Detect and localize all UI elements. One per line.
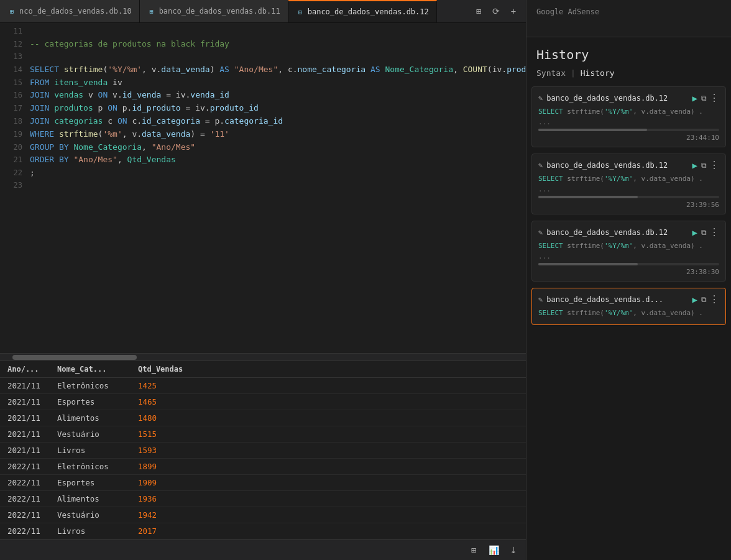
tab-actions: ⊞ ⟳ +: [466, 4, 526, 19]
table-row: 2021/11 Alimentos 1480: [0, 410, 526, 426]
history-tabs: Syntax | History: [526, 67, 731, 86]
run-history-btn[interactable]: ▶: [692, 93, 697, 103]
results-table: Ano/... Nome_Cat... Qtd_Vendas 2021/11 E…: [0, 360, 526, 539]
more-history-btn[interactable]: ⋮: [709, 159, 719, 171]
more-history-btn[interactable]: ⋮: [709, 92, 719, 104]
cell-ano: 2022/11: [7, 462, 57, 471]
edit-icon[interactable]: ✎: [538, 228, 543, 237]
history-query-dots: ...: [538, 118, 719, 126]
cell-nome: Vestuário: [57, 429, 138, 439]
run-history-btn[interactable]: ▶: [692, 227, 697, 237]
grid-view-btn[interactable]: ⊞: [466, 543, 481, 558]
history-tab[interactable]: History: [581, 67, 615, 79]
cell-nome: Esportes: [57, 478, 138, 487]
table-row: 2021/11 Vestuário 1515: [0, 426, 526, 443]
history-db-name: banco_de_dados_vendas.db.12: [546, 228, 688, 237]
history-db-name: banco_de_dados_vendas.db.12: [546, 94, 688, 103]
scroll-thumb[interactable]: [12, 355, 137, 360]
history-item-header: ✎ banco_de_dados_vendas.db.12 ▶ ⧉ ⋮: [538, 226, 719, 238]
cell-qtd: 1593: [138, 446, 213, 455]
tab-db12[interactable]: ⊞ banco_de_dados_vendas.db.12: [288, 0, 437, 22]
history-query-dots: ...: [538, 185, 719, 193]
tab-refresh-btn[interactable]: ⟳: [489, 4, 503, 19]
cell-ano: 2021/11: [7, 446, 57, 455]
history-section: History Syntax | History ✎ banco_de_dado…: [526, 37, 731, 560]
code-line-14: 14 SELECT strftime('%Y/%m', v.data_venda…: [0, 63, 526, 76]
cell-qtd: 1942: [138, 510, 213, 520]
copy-history-btn[interactable]: ⧉: [701, 295, 707, 304]
adsense-area: Google AdSense: [526, 0, 731, 37]
table-row: 2022/11 Alimentos 1936: [0, 491, 526, 507]
cell-qtd: 1936: [138, 494, 213, 503]
code-line-19: 19 WHERE strftime('%m', v.data_venda) = …: [0, 128, 526, 141]
history-item-header: ✎ banco_de_dados_vendas.db.12 ▶ ⧉ ⋮: [538, 92, 719, 104]
bottom-toolbar: ⊞ 📊 ⤓: [0, 539, 526, 560]
history-item[interactable]: ✎ banco_de_dados_vendas.db.12 ▶ ⧉ ⋮ SELE…: [531, 86, 726, 147]
history-item[interactable]: ✎ banco_de_dados_vendas.d... ▶ ⧉ ⋮ SELEC…: [531, 288, 726, 325]
history-db-name: banco_de_dados_vendas.d...: [546, 295, 688, 304]
code-line-16: 16 JOIN vendas v ON v.id_venda = iv.vend…: [0, 89, 526, 102]
tab-db11[interactable]: ⊞ banco_de_dados_vendas.db.11: [140, 0, 288, 22]
cell-nome: Vestuário: [57, 510, 138, 520]
col-header-qtd: Qtd_Vendas: [138, 365, 213, 374]
cell-ano: 2022/11: [7, 526, 57, 536]
tab-db10[interactable]: ⊞ nco_de_dados_vendas.db.10: [0, 0, 140, 22]
history-query-dots: ...: [538, 252, 719, 260]
code-line-12: 12 -- categorias de produtos na black fr…: [0, 38, 526, 51]
copy-history-btn[interactable]: ⧉: [701, 161, 707, 170]
cell-qtd: 1515: [138, 429, 213, 439]
more-history-btn[interactable]: ⋮: [709, 226, 719, 238]
cell-nome: Livros: [57, 446, 138, 455]
cell-qtd: 1425: [138, 381, 213, 390]
edit-icon[interactable]: ✎: [538, 161, 543, 170]
history-title: History: [526, 37, 731, 67]
right-panel: Google AdSense History Syntax | History …: [526, 0, 731, 560]
code-line-18: 18 JOIN categorias c ON c.id_categoria =…: [0, 115, 526, 128]
tab-add-btn[interactable]: +: [506, 4, 521, 19]
cell-ano: 2021/11: [7, 381, 57, 390]
db-icon-3: ⊞: [296, 7, 305, 16]
edit-icon[interactable]: ✎: [538, 94, 543, 103]
cell-qtd: 1465: [138, 397, 213, 406]
cell-qtd: 1899: [138, 462, 213, 471]
run-history-btn[interactable]: ▶: [692, 160, 697, 170]
cell-nome: Alimentos: [57, 413, 138, 423]
results-body: 2021/11 Eletrônicos 1425 2021/11 Esporte…: [0, 378, 526, 539]
code-line-11: 11: [0, 25, 526, 38]
chart-view-btn[interactable]: 📊: [486, 543, 501, 558]
cell-ano: 2021/11: [7, 429, 57, 439]
syntax-tab[interactable]: Syntax: [536, 67, 566, 79]
table-row: 2022/11 Eletrônicos 1899: [0, 459, 526, 475]
code-editor[interactable]: 11 12 -- categorias de produtos na black…: [0, 23, 526, 353]
history-progress-bar: [538, 263, 719, 265]
cell-ano: 2022/11: [7, 478, 57, 487]
history-item[interactable]: ✎ banco_de_dados_vendas.db.12 ▶ ⧉ ⋮ SELE…: [531, 221, 726, 282]
history-items-container: ✎ banco_de_dados_vendas.db.12 ▶ ⧉ ⋮ SELE…: [526, 86, 731, 325]
history-time: 23:44:10: [538, 134, 719, 142]
history-time: 23:38:30: [538, 268, 719, 276]
table-row: 2022/11 Vestuário 1942: [0, 507, 526, 523]
export-btn[interactable]: ⤓: [506, 543, 521, 558]
edit-icon[interactable]: ✎: [538, 295, 543, 304]
more-history-btn[interactable]: ⋮: [709, 293, 719, 305]
cell-qtd: 1480: [138, 413, 213, 423]
horizontal-scrollbar[interactable]: [0, 353, 526, 360]
tab-grid-btn[interactable]: ⊞: [471, 4, 486, 19]
history-item-header: ✎ banco_de_dados_vendas.db.12 ▶ ⧉ ⋮: [538, 159, 719, 171]
code-line-15: 15 FROM itens_venda iv: [0, 76, 526, 90]
history-item[interactable]: ✎ banco_de_dados_vendas.db.12 ▶ ⧉ ⋮ SELE…: [531, 154, 726, 214]
code-line-20: 20 GROUP BY Nome_Categoria, "Ano/Mes": [0, 141, 526, 154]
copy-history-btn[interactable]: ⧉: [701, 94, 707, 103]
copy-history-btn[interactable]: ⧉: [701, 228, 707, 237]
cell-nome: Esportes: [57, 397, 138, 406]
table-row: 2021/11 Eletrônicos 1425: [0, 378, 526, 394]
tabs-bar: ⊞ nco_de_dados_vendas.db.10 ⊞ banco_de_d…: [0, 0, 526, 23]
table-row: 2021/11 Livros 1593: [0, 443, 526, 459]
history-query-preview: SELECT strftime('%Y/%m', v.data_venda) .: [538, 108, 719, 116]
code-line-13: 13: [0, 51, 526, 63]
cell-ano: 2021/11: [7, 413, 57, 423]
run-history-btn[interactable]: ▶: [692, 295, 697, 305]
history-query-preview: SELECT strftime('%Y/%m', v.data_venda) .: [538, 309, 719, 317]
cell-ano: 2022/11: [7, 494, 57, 503]
table-row: 2021/11 Esportes 1465: [0, 394, 526, 410]
